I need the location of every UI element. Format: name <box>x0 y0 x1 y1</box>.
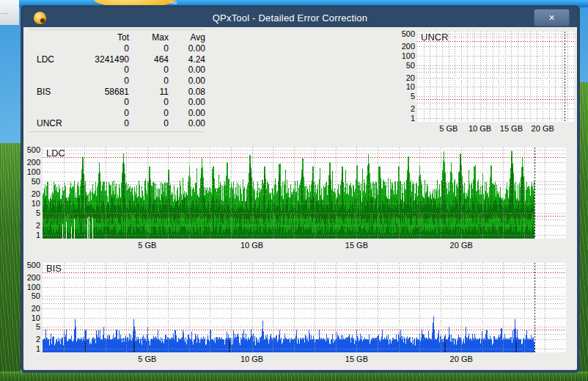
y-axis-label: 100 <box>400 51 415 60</box>
table-cell-tot: 0 <box>73 76 129 86</box>
y-axis-label: 20 <box>26 304 40 313</box>
qpxtool-logo-icon <box>34 12 46 24</box>
table-cell-label: LDC <box>29 54 73 65</box>
y-axis-label: 50 <box>400 61 415 70</box>
y-axis-label: 10 <box>400 82 415 91</box>
table-cell-avg: 0.00 <box>169 97 205 107</box>
y-axis-label: 2 <box>26 335 40 344</box>
qpxtool-logo-dot <box>40 18 45 23</box>
table-cell-max: 11 <box>129 87 169 97</box>
table-row[interactable]: 000.00 <box>29 65 205 76</box>
y-axis-label: 5 <box>400 92 415 101</box>
table-cell-tot: 0 <box>73 65 129 75</box>
table-cell-tot: 3241490 <box>73 54 129 65</box>
y-axis-label: 1 <box>400 114 415 123</box>
table-cell-tot: 0 <box>73 108 129 118</box>
bis-chart: 500200100502010521BIS5 GB10 GB15 GB20 GB <box>26 259 566 367</box>
stats-table: Tot Max Avg 000.00LDC32414904644.24000.0… <box>29 29 205 132</box>
bis-bars-canvas <box>43 263 566 352</box>
bis-chart-title: BIS <box>46 263 62 274</box>
table-cell-tot: 0 <box>73 43 129 54</box>
y-axis-label: 50 <box>26 291 40 300</box>
y-axis-label: 5 <box>26 322 40 331</box>
table-cell-max: 0 <box>129 65 169 75</box>
desktop-grass-right <box>579 82 588 381</box>
y-axis-label: 20 <box>400 73 415 82</box>
x-axis-label: 15 GB <box>336 355 377 364</box>
table-row[interactable]: LDC32414904644.24 <box>29 54 205 65</box>
table-cell-avg: 0.00 <box>169 118 205 128</box>
x-axis-label: 20 GB <box>441 241 482 250</box>
uncr-bars-canvas <box>417 32 574 122</box>
y-axis-label: 10 <box>26 199 40 208</box>
uncr-chart: 500200100502010521UNCR5 GB10 GB15 GB20 G… <box>400 28 574 137</box>
y-axis-label: 50 <box>26 177 40 186</box>
x-axis-label: 10 GB <box>232 241 273 250</box>
table-cell-max: 0 <box>129 118 169 128</box>
table-cell-tot: 0 <box>73 97 129 107</box>
table-cell-avg: 0.00 <box>169 76 205 86</box>
y-axis-label: 200 <box>400 42 415 51</box>
x-axis-label: 5 GB <box>127 355 168 364</box>
table-cell-label: BIS <box>29 87 73 97</box>
close-button[interactable]: × <box>534 9 570 26</box>
title-bar[interactable]: QPxTool - Detailed Error Correction × <box>23 8 577 27</box>
table-cell-tot: 58681 <box>73 87 129 97</box>
table-cell-tot: 0 <box>73 118 129 128</box>
y-axis-label: 2 <box>26 221 40 230</box>
table-header-tot: Tot <box>73 32 129 43</box>
table-header-max: Max <box>129 32 169 43</box>
table-row[interactable]: 000.00 <box>29 108 205 119</box>
y-axis-label: 200 <box>26 158 40 167</box>
table-row[interactable]: UNCR000.00 <box>29 118 205 129</box>
y-axis-label: 2 <box>400 104 415 113</box>
x-axis-label: 20 GB <box>522 124 563 134</box>
x-axis-label: 10 GB <box>232 355 273 364</box>
table-cell-max: 0 <box>129 108 169 118</box>
table-cell-avg: 0.00 <box>169 65 205 75</box>
table-header-row: Tot Max Avg <box>29 32 205 43</box>
table-row[interactable]: 000.00 <box>29 76 205 87</box>
table-cell-avg: 4.24 <box>169 54 205 65</box>
y-axis-label: 500 <box>26 145 40 154</box>
uncr-plot-area: UNCR <box>417 32 574 122</box>
y-axis-label: 1 <box>26 231 40 239</box>
y-axis-label: 100 <box>26 167 40 176</box>
bis-plot-area: BIS <box>43 263 566 352</box>
window-title: QPxTool - Detailed Error Correction <box>46 12 534 23</box>
table-row[interactable]: 000.00 <box>29 97 205 108</box>
table-cell-label: UNCR <box>29 118 73 128</box>
table-cell-max: 464 <box>129 54 169 65</box>
y-axis-label: 500 <box>26 261 40 269</box>
y-axis-label: 20 <box>26 189 40 198</box>
close-icon: × <box>548 12 554 23</box>
x-axis-label: 5 GB <box>127 241 168 250</box>
uncr-chart-title: UNCR <box>421 32 449 43</box>
table-row[interactable]: 000.00 <box>29 43 205 54</box>
ldc-bars-canvas <box>43 148 566 239</box>
desktop: { "desktop": { "tm_label": "TM", "fragme… <box>0 0 588 381</box>
qpxtool-window: QPxTool - Detailed Error Correction × To… <box>21 5 580 373</box>
y-axis-label: 100 <box>26 283 40 291</box>
ldc-chart-title: LDC <box>46 148 65 159</box>
table-row[interactable]: BIS58681110.08 <box>29 86 205 97</box>
desktop-grass-left <box>0 143 21 381</box>
ldc-chart: 500200100502010521LDC5 GB10 GB15 GB20 GB <box>26 145 566 253</box>
table-cell-max: 0 <box>129 76 169 86</box>
fragment-dots: ... <box>1 7 9 15</box>
table-header-avg: Avg <box>169 32 205 43</box>
x-axis-label: 15 GB <box>336 241 377 250</box>
table-cell-max: 0 <box>129 43 169 54</box>
y-axis-label: 5 <box>26 208 40 217</box>
y-axis-label: 10 <box>26 313 40 322</box>
x-axis-label: 20 GB <box>441 355 482 364</box>
y-axis-label: 200 <box>26 273 40 282</box>
table-cell-max: 0 <box>129 97 169 107</box>
table-cell-avg: 0.08 <box>169 87 205 97</box>
ldc-plot-area: LDC <box>43 148 566 239</box>
y-axis-label: 500 <box>400 29 415 38</box>
table-cell-avg: 0.00 <box>169 43 205 54</box>
y-axis-label: 1 <box>26 344 40 353</box>
window-client-area: Tot Max Avg 000.00LDC32414904644.24000.0… <box>23 27 577 370</box>
background-window-fragment: ... <box>0 0 19 25</box>
